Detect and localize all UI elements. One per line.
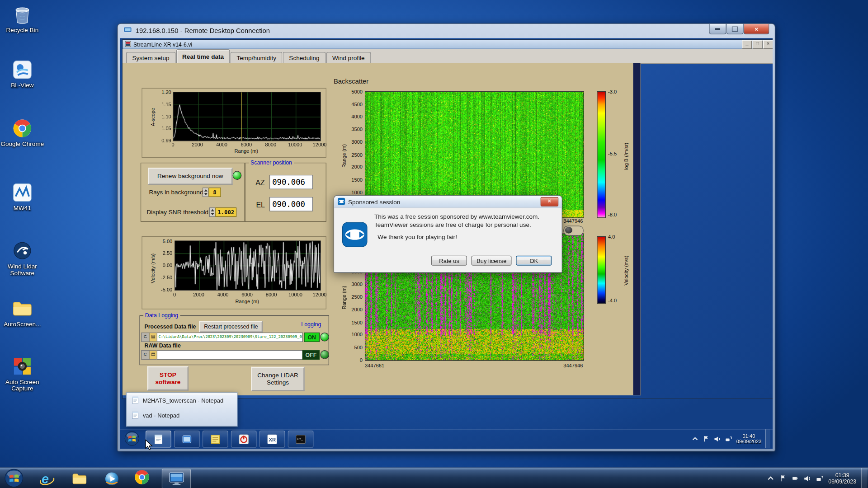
path-type-icon-raw[interactable]: C [141, 350, 150, 360]
dialog-titlebar[interactable]: Sponsored session × [334, 196, 561, 208]
desktop-icon-label: Wind Lidar Software [0, 263, 45, 276]
snr-spinner[interactable] [209, 207, 216, 217]
remote-taskbar-power-icon[interactable] [231, 431, 257, 448]
velocity-time-end-label: 3447946 [516, 363, 583, 368]
remote-start-button[interactable] [124, 431, 139, 446]
taskbar-chrome-icon[interactable] [129, 469, 158, 488]
taskbar-explorer-folder-icon[interactable] [65, 469, 94, 488]
tab-system-setup[interactable]: System setup [126, 52, 175, 63]
axis-tick: -4.0 [608, 298, 627, 303]
raw-logging-toggle[interactable] [320, 350, 329, 359]
desktop-icon-label: Auto Screen Capture [0, 379, 45, 392]
remote-clock[interactable]: 01:40 09/09/2023 [736, 433, 762, 444]
axis-tick: 6000 [236, 142, 256, 148]
axis-tick: 1.05 [147, 126, 171, 131]
axis-tick: 3000 [347, 139, 363, 145]
rays-spinner[interactable] [203, 188, 209, 197]
desktop-icon-google-chrome[interactable]: Google Chrome [0, 117, 45, 147]
network-icon[interactable] [725, 436, 732, 442]
ascope-plot[interactable] [173, 92, 321, 141]
app-close-button[interactable]: × [763, 40, 773, 48]
axis-tick: 5.00 [147, 239, 173, 244]
renew-background-button[interactable]: Renew background now [148, 168, 233, 185]
taskbar-rdp-icon[interactable] [162, 469, 191, 488]
axis-tick: 0.00 [147, 263, 173, 268]
taskbar-ie-icon[interactable]: e [33, 469, 61, 488]
axis-tick: -8.0 [608, 212, 627, 217]
velocity-plot[interactable] [175, 241, 321, 291]
action-center-flag-icon[interactable] [703, 436, 710, 442]
change-lidar-settings-button[interactable]: Change LiDAR Settings [251, 367, 304, 391]
volume-icon[interactable] [804, 475, 811, 482]
axis-tick: 1000 [347, 332, 363, 338]
rdp-window: 192.168.0.150 - Remote Desktop Connectio… [117, 23, 775, 451]
tab-temp-humidity[interactable]: Temp/humidity [231, 52, 283, 63]
start-button[interactable] [5, 469, 24, 488]
tab-real-time-data[interactable]: Real time data [176, 49, 230, 63]
az-field[interactable]: 090.006 [269, 175, 313, 189]
buy-license-button[interactable]: Buy license [472, 256, 511, 266]
restart-processed-file-button[interactable]: Restart processed file [199, 321, 263, 333]
chevron-up-icon[interactable] [692, 436, 699, 442]
remote-show-desktop-button[interactable] [765, 429, 770, 448]
desktop-icon-auto-screen-capture[interactable]: Auto Screen Capture [0, 355, 45, 392]
network-icon[interactable] [816, 475, 823, 482]
remote-taskbar-explorer-icon[interactable] [174, 431, 200, 448]
action-center-flag-icon[interactable] [779, 475, 787, 482]
taskbar-media-player-icon[interactable] [97, 469, 126, 488]
display-snr-threshold-field[interactable]: 1.002 [215, 207, 236, 217]
app-restore-button[interactable]: □ [753, 40, 763, 48]
axis-tick: 4000 [347, 114, 363, 120]
browse-folder-icon-raw[interactable]: ▤ [149, 350, 157, 360]
app-titlebar[interactable]: StreamLine XR v14-6.vi [123, 40, 773, 49]
tab-wind-profile[interactable]: Wind profile [326, 52, 371, 63]
rdp-close-button[interactable]: × [744, 24, 769, 34]
host-clock-time: 01:39 [828, 472, 856, 479]
raw-data-file-path[interactable] [157, 350, 303, 360]
chrome-icon [0, 117, 45, 140]
path-type-icon[interactable]: C [141, 333, 150, 342]
axis-tick: 1.20 [147, 89, 171, 95]
axis-tick: 2000 [347, 307, 363, 312]
show-desktop-button[interactable] [861, 468, 867, 488]
sponsored-session-dialog: Sponsored session × This was a free sess… [334, 195, 562, 272]
app-icon [125, 41, 131, 48]
velocity-range-axis-label: Range (m) [341, 286, 347, 309]
axis-tick: 10000 [285, 142, 305, 148]
axis-tick: 0 [163, 142, 183, 148]
dialog-close-button[interactable]: × [541, 197, 558, 206]
display-mode-toggle[interactable] [563, 226, 583, 236]
el-field[interactable]: 090.000 [269, 197, 313, 211]
rate-us-button[interactable]: Rate us [431, 256, 467, 266]
volume-icon[interactable] [714, 436, 721, 442]
tab-scheduling[interactable]: Scheduling [283, 52, 326, 63]
app-minimize-button[interactable]: _ [742, 40, 752, 48]
rdp-caption-buttons: × [709, 24, 769, 34]
raw-data-file-label: RAW Data file [145, 343, 181, 348]
chevron-up-icon[interactable] [767, 475, 774, 482]
desktop-icon-wind-lidar-software[interactable]: Wind Lidar Software [0, 239, 45, 276]
ok-button[interactable]: OK [516, 256, 552, 266]
remote-taskbar-xr-app-icon[interactable]: XR [259, 431, 285, 448]
display-snr-threshold-label: Display SNR threshold [147, 209, 209, 216]
jumplist-item-vad-notepad[interactable]: vad - Notepad [127, 408, 237, 422]
rdp-titlebar[interactable]: 192.168.0.150 - Remote Desktop Connectio… [118, 24, 775, 38]
browse-folder-icon[interactable]: ▤ [149, 333, 157, 342]
stop-software-button[interactable]: STOP software [147, 366, 189, 391]
dialog-title: Sponsored session [348, 198, 400, 205]
recycle-bin-icon [0, 3, 45, 25]
desktop-icon-bl-view[interactable]: BL-View [0, 59, 45, 89]
desktop-icon-recycle-bin[interactable]: Recycle Bin [0, 3, 45, 33]
desktop-icon-mw41[interactable]: MW41 [0, 182, 45, 211]
desktop-icon-autoscreen[interactable]: AutoScreen... [0, 298, 45, 328]
host-clock[interactable]: 01:39 09/09/2023 [828, 472, 856, 485]
remote-taskbar-console-icon[interactable]: C:\_ [288, 431, 314, 448]
processed-data-file-path[interactable]: C:\LidarA\Data\Proc\2023\202309\20230909… [157, 333, 303, 342]
rays-in-background-field[interactable]: 8 [208, 188, 221, 197]
rdp-minimize-button[interactable] [709, 24, 726, 34]
hardware-icon[interactable] [792, 475, 799, 482]
processed-logging-toggle[interactable] [320, 333, 329, 342]
rdp-maximize-button[interactable] [726, 24, 744, 34]
remote-taskbar-notes-icon[interactable] [203, 431, 228, 448]
jumplist-item-m2hats-towerscan-notepad[interactable]: M2HATS_towerscan - Notepad [127, 393, 237, 408]
